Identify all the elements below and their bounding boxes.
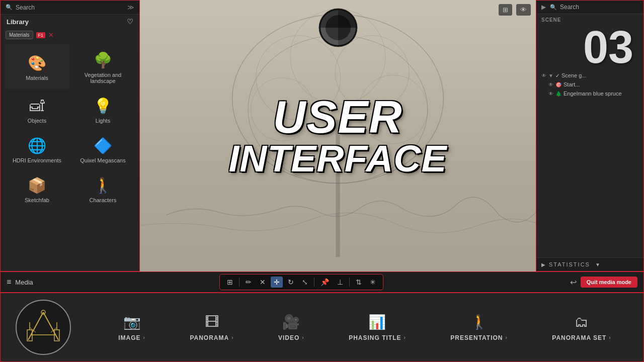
panorama-chevron: › bbox=[231, 335, 233, 340]
left-search-bar[interactable]: 🔍 Search bbox=[6, 4, 35, 11]
statistics-dropdown-icon[interactable]: ▼ bbox=[595, 262, 601, 267]
objects-icon: 🛋 bbox=[30, 98, 45, 115]
filter-badge: F1 bbox=[36, 32, 46, 38]
logo-circle bbox=[16, 300, 71, 355]
vegetation-icon: 🌳 bbox=[94, 51, 112, 69]
app-container: 🔍 Search ≫ Library ♡ Materials F1 ✕ 🎨 M bbox=[0, 0, 644, 362]
filter-close-icon[interactable]: ✕ bbox=[48, 31, 54, 39]
scene-eye-icon-0[interactable]: 👁 bbox=[541, 73, 546, 78]
svg-rect-14 bbox=[54, 330, 59, 341]
lib-item-hdri[interactable]: 🌐 HDRI Environments bbox=[5, 130, 69, 168]
video-chevron: › bbox=[302, 335, 304, 340]
tool-pen-btn[interactable]: ✏ bbox=[243, 277, 255, 288]
panorama-set-label: PANORAMA SET › bbox=[552, 334, 611, 341]
scene-eye-icon-2[interactable]: 👁 bbox=[548, 91, 553, 97]
episode-number: 03 bbox=[578, 22, 638, 72]
tool-cross-btn[interactable]: ✕ bbox=[257, 277, 269, 288]
lib-item-vegetation[interactable]: 🌳 Vegetation and landscape bbox=[70, 44, 135, 89]
svg-line-9 bbox=[28, 312, 43, 340]
viewport-view-btn[interactable]: 👁 bbox=[516, 4, 531, 16]
media-item-image[interactable]: 📷 IMAGE › bbox=[108, 309, 155, 346]
media-item-panorama-set[interactable]: 🗂 PANORAMA SET › bbox=[542, 309, 621, 346]
svg-rect-12 bbox=[27, 330, 32, 341]
hamburger-icon[interactable]: ≡ bbox=[7, 278, 11, 287]
lib-label-sketchfab: Sketchfab bbox=[25, 197, 49, 203]
undo-btn[interactable]: ↩ bbox=[570, 278, 577, 287]
bottom-logo bbox=[11, 295, 76, 360]
statistics-label: STATISTICS bbox=[549, 261, 590, 267]
phasing-label: PHASING TITLE › bbox=[349, 334, 406, 341]
tool-pin-btn[interactable]: 📌 bbox=[317, 277, 332, 288]
top-row: 🔍 Search ≫ Library ♡ Materials F1 ✕ 🎨 M bbox=[0, 0, 644, 272]
viewport-grid-btn[interactable]: ⊞ bbox=[499, 4, 512, 16]
brand-logo bbox=[318, 8, 358, 48]
phasing-chevron: › bbox=[404, 335, 406, 340]
tool-anchor-btn[interactable]: ⊥ bbox=[334, 277, 346, 288]
scene-folder-icon-0: ▼ bbox=[548, 73, 553, 78]
hdri-icon: 🌐 bbox=[28, 137, 46, 154]
left-panel-header: 🔍 Search ≫ bbox=[1, 1, 139, 15]
media-items: 📷 IMAGE › 🎞 PANORAMA › 🎥 VIDEO › bbox=[86, 309, 643, 346]
lib-label-objects: Objects bbox=[28, 118, 46, 124]
tool-rotate-btn[interactable]: ↻ bbox=[285, 277, 297, 288]
tool-sep-2 bbox=[314, 278, 314, 287]
scene-eye-icon-1[interactable]: 👁 bbox=[548, 82, 553, 87]
lib-item-sketchfab[interactable]: 📦 Sketchfab bbox=[5, 169, 69, 208]
tool-multi-btn[interactable]: ✳ bbox=[367, 277, 379, 288]
scene-item-0[interactable]: 👁 ▼ ✓ Scene g... bbox=[539, 71, 640, 80]
tool-move-btn[interactable]: ✛ bbox=[271, 277, 283, 288]
tool-connect-btn[interactable]: ⇅ bbox=[353, 277, 365, 288]
media-item-panorama[interactable]: 🎞 PANORAMA › bbox=[180, 309, 244, 346]
video-label: VIDEO › bbox=[278, 334, 304, 341]
presentation-icon: 🚶 bbox=[470, 314, 488, 330]
tool-scale-btn[interactable]: ⤡ bbox=[299, 277, 311, 288]
megascans-icon: 🔷 bbox=[94, 137, 112, 154]
lib-item-materials[interactable]: 🎨 Materials bbox=[5, 44, 69, 89]
lib-item-lights[interactable]: 💡 Lights bbox=[70, 90, 135, 129]
tool-sep-3 bbox=[349, 278, 350, 287]
right-panel-expand-icon[interactable]: ▶ bbox=[541, 4, 546, 11]
right-panel-inner: SCENE 03 👁 ▼ ✓ Scene g... 👁 🎯 St bbox=[536, 14, 643, 271]
panel-actions: ≫ bbox=[127, 4, 134, 11]
quit-media-btn[interactable]: Quit media mode bbox=[581, 277, 637, 288]
toolbar-group: ⊞ ✏ ✕ ✛ ↻ ⤡ 📌 ⊥ ⇅ ✳ bbox=[219, 274, 383, 290]
ui-text-overlay: USER INTERFACE bbox=[228, 95, 447, 177]
scene-item-label-2: Engelmann blue spruce bbox=[564, 90, 622, 97]
materials-icon: 🎨 bbox=[28, 54, 46, 72]
panorama-icon: 🎞 bbox=[205, 314, 219, 330]
library-header: Library ♡ bbox=[1, 15, 139, 29]
center-panel: USER INTERFACE ⊞ 👁 bbox=[140, 0, 536, 272]
search-placeholder: Search bbox=[16, 4, 35, 11]
viewport-logo bbox=[318, 8, 358, 48]
statistics-bar[interactable]: ▶ STATISTICS ▼ bbox=[536, 257, 643, 271]
tool-sep-1 bbox=[239, 278, 239, 287]
scene-item-1[interactable]: 👁 🎯 Start... bbox=[539, 80, 640, 89]
media-item-video[interactable]: 🎥 VIDEO › bbox=[268, 309, 314, 346]
lib-item-megascans[interactable]: 🔷 Quixel Megascans bbox=[70, 130, 135, 168]
filter-bar: Materials F1 ✕ bbox=[1, 29, 139, 42]
right-search-bar[interactable]: 🔍 Search bbox=[550, 4, 638, 11]
bottom-panel: 📷 IMAGE › 🎞 PANORAMA › 🎥 VIDEO › bbox=[0, 293, 644, 362]
toolbar-right: ↩ Quit media mode bbox=[570, 277, 637, 288]
lib-item-objects[interactable]: 🛋 Objects bbox=[5, 90, 69, 129]
library-grid: 🎨 Materials 🌳 Vegetation and landscape 🛋… bbox=[1, 42, 139, 210]
collapse-icon[interactable]: ≫ bbox=[127, 4, 134, 11]
tool-grid-btn[interactable]: ⊞ bbox=[224, 277, 236, 288]
image-chevron: › bbox=[143, 335, 145, 340]
viewport-toolbar: ⊞ 👁 bbox=[499, 4, 531, 16]
video-icon: 🎥 bbox=[282, 314, 300, 330]
right-search-icon: 🔍 bbox=[550, 4, 557, 11]
media-item-phasing[interactable]: 📊 PHASING TITLE › bbox=[339, 309, 416, 346]
scene-asset-icon-1: 🎯 bbox=[555, 82, 561, 87]
media-item-presentation[interactable]: 🚶 PRESENTATION › bbox=[440, 309, 518, 346]
lib-label-vegetation: Vegetation and landscape bbox=[74, 72, 131, 84]
panorama-set-chevron: › bbox=[609, 335, 611, 340]
right-panel-header: ▶ 🔍 Search bbox=[536, 1, 643, 14]
filter-materials-btn[interactable]: Materials bbox=[6, 31, 33, 39]
lib-label-materials: Materials bbox=[26, 75, 48, 81]
favorite-icon[interactable]: ♡ bbox=[127, 18, 133, 26]
media-text: Media bbox=[15, 279, 33, 286]
scene-item-2[interactable]: 👁 🌲 Engelmann blue spruce bbox=[539, 89, 640, 98]
lib-item-characters[interactable]: 🚶 Characters bbox=[70, 169, 135, 208]
characters-icon: 🚶 bbox=[94, 176, 112, 194]
